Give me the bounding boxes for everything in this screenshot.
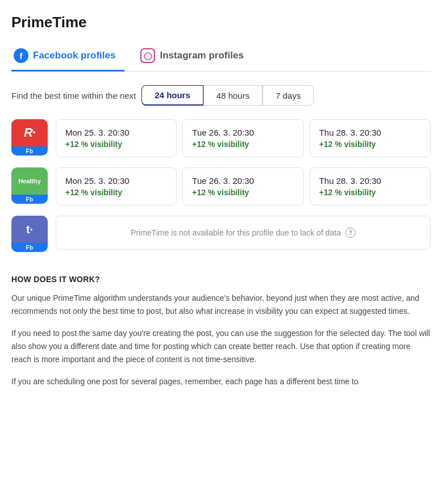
page-container: PrimeTime f Facebook profiles ◯ Instagra… bbox=[0, 0, 442, 504]
slot-visibility: +12 % visibility bbox=[192, 188, 294, 197]
time-btn-48h[interactable]: 48 hours bbox=[203, 85, 262, 106]
profile-icon-2: Healthy Fb bbox=[11, 167, 48, 204]
slot-visibility: +12 % visibility bbox=[65, 188, 167, 197]
unavailable-slot: PrimeTime is not available for this prof… bbox=[56, 216, 431, 250]
tab-facebook-label: Facebook profiles bbox=[33, 50, 115, 61]
tab-instagram-label: Instagram profiles bbox=[160, 50, 243, 61]
slot-visibility: +12 % visibility bbox=[319, 188, 421, 197]
app-title: PrimeTime bbox=[11, 14, 431, 31]
time-slot-1-2[interactable]: Tue 26. 3. 20:30 +12 % visibility bbox=[182, 119, 303, 157]
time-slot-1-1[interactable]: Mon 25. 3. 20:30 +12 % visibility bbox=[56, 119, 177, 157]
facebook-icon: f bbox=[14, 48, 28, 63]
how-para-2: If you need to post the same day you're … bbox=[11, 327, 431, 366]
slot-date: Mon 25. 3. 20:30 bbox=[65, 128, 167, 137]
profile-badge-3: Fb bbox=[11, 243, 48, 252]
time-slots-1: Mon 25. 3. 20:30 +12 % visibility Tue 26… bbox=[56, 119, 431, 157]
profile-badge-2: Fb bbox=[11, 195, 48, 204]
how-section: HOW DOES IT WORK? Our unique PrimeTime a… bbox=[11, 269, 431, 389]
slot-visibility: +12 % visibility bbox=[319, 140, 421, 149]
profile-row-2: Healthy Fb Mon 25. 3. 20:30 +12 % visibi… bbox=[11, 167, 431, 205]
slot-visibility: +12 % visibility bbox=[192, 140, 294, 149]
slot-date: Tue 26. 3. 20:30 bbox=[192, 176, 294, 186]
time-slot-2-1[interactable]: Mon 25. 3. 20:30 +12 % visibility bbox=[56, 167, 177, 205]
how-para-3: If you are scheduling one post for sever… bbox=[11, 375, 431, 388]
time-slots-2: Mon 25. 3. 20:30 +12 % visibility Tue 26… bbox=[56, 167, 431, 205]
help-icon[interactable]: ? bbox=[345, 228, 356, 238]
profile-icon-3: t· Fb bbox=[11, 216, 48, 252]
slot-visibility: +12 % visibility bbox=[65, 140, 167, 149]
tab-facebook[interactable]: f Facebook profiles bbox=[11, 43, 124, 72]
slot-date: Tue 26. 3. 20:30 bbox=[192, 128, 294, 137]
time-selector-row: Find the best time within the next 24 ho… bbox=[11, 85, 431, 106]
tabs-row: f Facebook profiles ◯ Instagram profiles bbox=[11, 43, 431, 72]
unavailable-text: PrimeTime is not available for this prof… bbox=[131, 228, 341, 237]
how-title: HOW DOES IT WORK? bbox=[11, 275, 431, 284]
time-btn-24h[interactable]: 24 hours bbox=[141, 85, 203, 106]
profile-icon-1: R· Fb bbox=[11, 119, 48, 156]
how-para-1: Our unique PrimeTime algorithm understan… bbox=[11, 292, 431, 318]
instagram-icon: ◯ bbox=[140, 48, 155, 63]
slot-date: Thu 28. 3. 20:30 bbox=[319, 176, 421, 186]
time-slot-2-3[interactable]: Thu 28. 3. 20:30 +12 % visibility bbox=[310, 167, 431, 205]
slot-date: Thu 28. 3. 20:30 bbox=[319, 128, 421, 137]
profile-badge-1: Fb bbox=[11, 146, 48, 156]
tab-instagram[interactable]: ◯ Instagram profiles bbox=[138, 43, 252, 72]
profile-row-3: t· Fb PrimeTime is not available for thi… bbox=[11, 216, 431, 252]
time-slot-1-3[interactable]: Thu 28. 3. 20:30 +12 % visibility bbox=[310, 119, 431, 157]
profile-row-1: R· Fb Mon 25. 3. 20:30 +12 % visibility … bbox=[11, 119, 431, 157]
time-btn-7d[interactable]: 7 days bbox=[262, 85, 314, 106]
time-buttons: 24 hours 48 hours 7 days bbox=[141, 85, 314, 106]
slot-date: Mon 25. 3. 20:30 bbox=[65, 176, 167, 186]
time-selector-label: Find the best time within the next bbox=[11, 91, 136, 100]
time-slot-2-2[interactable]: Tue 26. 3. 20:30 +12 % visibility bbox=[182, 167, 303, 205]
